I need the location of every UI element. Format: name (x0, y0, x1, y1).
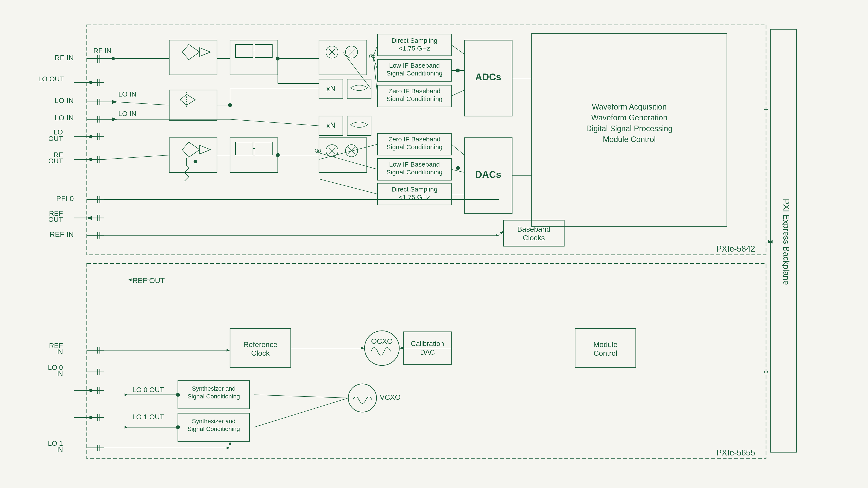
adcs-label: ADCs (475, 72, 501, 82)
pxi-express-label: PXI Express Backplane (782, 199, 791, 285)
direct-sampling-top: Direct Sampling (392, 37, 437, 44)
lo1-out-label: LO 1 OUT (132, 413, 164, 421)
xn-bottom: xN (326, 121, 336, 130)
module-control-5655-label1: Module (593, 340, 618, 349)
synth-signal-cond-1-label2: Signal Conditioning (187, 393, 240, 400)
zero-if-tx-label1: Zero IF Baseband (389, 135, 440, 143)
baseband-clocks-label2: Clocks (523, 234, 545, 242)
low-if-rx-label1: Low IF Baseband (389, 62, 440, 69)
calibration-dac-label1: Calibration (411, 340, 444, 348)
low-if-tx-label1: Low IF Baseband (389, 161, 440, 168)
lo0-out-label: LO 0 OUT (132, 386, 164, 394)
digital-signal-processing: Digital Signal Processing (586, 124, 673, 133)
lo1-in-label2: IN (56, 446, 63, 453)
lo0-in-label2: IN (56, 369, 63, 378)
svg-rect-4 (22, 16, 846, 472)
waveform-generation: Waveform Generation (591, 113, 668, 122)
lo-in-second-label: LO IN (55, 113, 74, 122)
baseband-clocks-label: Baseband (517, 225, 550, 233)
lo-in-inner-top: LO IN (118, 90, 136, 98)
pxie5842-label: PXIe-5842 (716, 244, 755, 253)
lo-out-top-label: LO OUT (38, 75, 64, 83)
rf-out-label2: OUT (48, 157, 63, 165)
ref-in-label: REF IN (50, 230, 74, 238)
xn-top: xN (326, 84, 336, 93)
module-control-5655-label2: Control (593, 349, 617, 357)
pfi0-label: PFI 0 (56, 194, 74, 202)
zero-if-tx-label2: Signal Conditioning (386, 143, 443, 151)
module-control-top: Module Control (603, 135, 656, 144)
ocxo-label: OCXO (371, 337, 393, 345)
main-canvas: PXI Express Backplane ↔ ↔ PXIe-5842 PXIe… (22, 16, 846, 472)
low-if-rx-label2: Signal Conditioning (386, 70, 443, 77)
svg-point-168 (176, 393, 180, 397)
low-if-tx-label2: Signal Conditioning (386, 168, 443, 176)
svg-point-146 (456, 166, 460, 170)
calibration-dac-label2: DAC (420, 348, 435, 356)
reference-clock-label2: Clock (251, 349, 270, 357)
svg-point-170 (176, 425, 180, 429)
ref-out-bottom-label: REF OUT (132, 276, 165, 285)
reference-clock-label1: Reference (244, 340, 278, 349)
zero-if-rx-label2: Signal Conditioning (386, 95, 443, 102)
synth-signal-cond-1-label1: Synthesizer and (192, 385, 236, 392)
synth-signal-cond-2-label2: Signal Conditioning (187, 426, 240, 432)
lo-in-inner-2: LO IN (118, 110, 136, 118)
vcxo-label: VCXO (380, 393, 401, 401)
synth-signal-cond-2-label1: Synthesizer and (192, 418, 236, 424)
lo-in-top-label: LO IN (55, 96, 74, 104)
ref-in-bottom-label2: IN (56, 348, 63, 356)
direct-sampling-top2: <1.75 GHz (399, 45, 430, 52)
lo-out-second-label2: OUT (48, 135, 63, 142)
direct-sampling-tx: Direct Sampling (392, 186, 437, 193)
zero-if-rx-label1: Zero IF Baseband (389, 88, 440, 95)
ref-out-top-label2: OUT (48, 216, 63, 223)
dacs-label: DACs (475, 169, 501, 180)
svg-point-53 (193, 160, 197, 163)
rf-in-inner-label: RF IN (93, 47, 112, 55)
pxie5655-label: PXIe-5655 (716, 448, 755, 457)
waveform-acquisition: Waveform Acquisition (592, 102, 667, 111)
rf-in-label: RF IN (55, 54, 74, 62)
